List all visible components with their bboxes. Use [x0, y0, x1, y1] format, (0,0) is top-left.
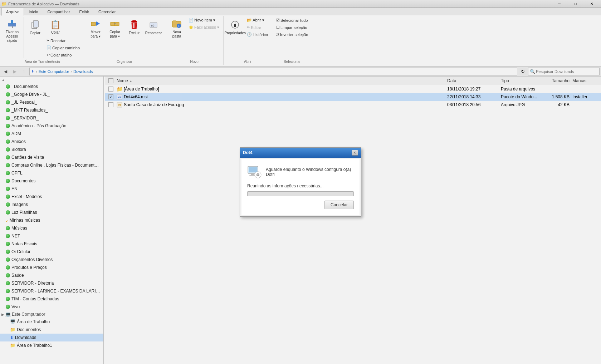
svg-point-39 [257, 174, 259, 176]
svg-rect-34 [249, 167, 257, 172]
modal-body: Aguarde enquanto o Windows configura o(a… [241, 159, 360, 215]
modal-dialog: Dot4 ✕ [240, 147, 361, 217]
modal-titlebar: Dot4 ✕ [240, 148, 361, 158]
modal-message: Aguarde enquanto o Windows configura o(a… [266, 167, 354, 177]
modal-footer: Cancelar [247, 201, 354, 209]
modal-overlay: Dot4 ✕ [0, 0, 601, 364]
svg-rect-35 [251, 173, 254, 175]
modal-title: Dot4 [243, 150, 253, 155]
modal-close-button[interactable]: ✕ [352, 150, 358, 156]
modal-cancel-button[interactable]: Cancelar [324, 201, 354, 209]
modal-icon-row: Aguarde enquanto o Windows configura o(a… [247, 165, 354, 179]
modal-controls: ✕ [352, 150, 358, 156]
modal-progress-bar-container [247, 191, 354, 196]
modal-status: Reunindo as informações necessárias... [247, 183, 354, 188]
installer-icon [247, 165, 262, 179]
